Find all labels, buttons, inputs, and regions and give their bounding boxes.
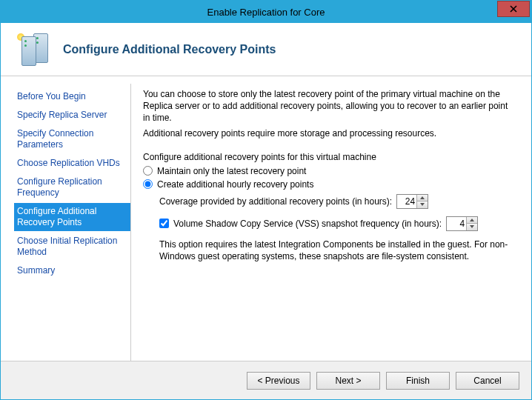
close-button[interactable] [497,1,530,17]
wizard-window: Enable Replication for Core Configure Ad… [0,0,532,400]
chevron-down-icon [470,225,474,228]
cancel-button[interactable]: Cancel [456,372,519,390]
vss-row: Volume Shadow Copy Service (VSS) snapsho… [159,216,516,231]
intro-text-1: You can choose to store only the latest … [143,88,516,124]
chevron-down-icon [420,203,425,206]
chevron-up-icon [470,219,474,221]
step-configure-additional-recovery-points[interactable]: Configure Additional Recovery Points [14,203,130,231]
radio-maintain-latest-input[interactable] [143,166,153,176]
step-summary[interactable]: Summary [14,262,130,279]
radio-create-additional[interactable]: Create additional hourly recovery points [143,179,516,190]
additional-options-group: Coverage provided by additional recovery… [143,194,516,262]
step-specify-replica-server[interactable]: Specify Replica Server [14,107,130,124]
step-choose-replication-vhds[interactable]: Choose Replication VHDs [14,155,130,172]
finish-button[interactable]: Finish [386,372,450,390]
chevron-up-icon [420,196,425,199]
intro-text-2: Additional recovery points require more … [143,127,516,139]
wizard-content: You can choose to store only the latest … [142,84,518,361]
vss-checkbox[interactable] [159,219,169,228]
step-specify-connection-parameters[interactable]: Specify Connection Parameters [14,125,130,153]
vss-spin-up[interactable] [467,217,477,224]
wizard-footer: < Previous Next > Finish Cancel [1,361,531,399]
wizard-body: Before You Begin Specify Replica Server … [1,76,531,361]
next-button[interactable]: Next > [316,372,380,390]
wizard-header: Configure Additional Recovery Points [1,23,531,76]
wizard-steps-sidebar: Before You Begin Specify Replica Server … [14,84,131,361]
coverage-input[interactable] [397,195,416,208]
radio-maintain-latest[interactable]: Maintain only the latest recovery point [143,166,516,176]
radio-create-additional-label: Create additional hourly recovery points [157,179,313,190]
vss-label: Volume Shadow Copy Service (VSS) snapsho… [173,219,442,229]
step-configure-replication-frequency[interactable]: Configure Replication Frequency [14,173,130,201]
step-before-you-begin[interactable]: Before You Begin [14,88,130,105]
coverage-row: Coverage provided by additional recovery… [159,194,516,209]
radio-maintain-latest-label: Maintain only the latest recovery point [157,166,306,176]
vss-spin-down[interactable] [467,224,477,230]
window-title: Enable Replication for Core [1,7,531,18]
vss-input[interactable] [447,217,466,230]
coverage-spinner[interactable] [396,194,428,209]
step-choose-initial-replication-method[interactable]: Choose Initial Replication Method [14,233,130,261]
close-icon [510,5,517,13]
coverage-spin-up[interactable] [417,195,428,201]
coverage-spin-down[interactable] [417,201,428,208]
header-icon [14,30,53,69]
vss-spinner[interactable] [446,216,478,231]
coverage-label: Coverage provided by additional recovery… [159,196,392,207]
previous-button[interactable]: < Previous [247,372,310,390]
titlebar: Enable Replication for Core [1,1,531,23]
subhead-text: Configure additional recovery points for… [143,151,516,163]
vss-note: This option requires the latest Integrat… [159,239,516,262]
radio-create-additional-input[interactable] [143,179,153,189]
page-title: Configure Additional Recovery Points [63,43,276,56]
